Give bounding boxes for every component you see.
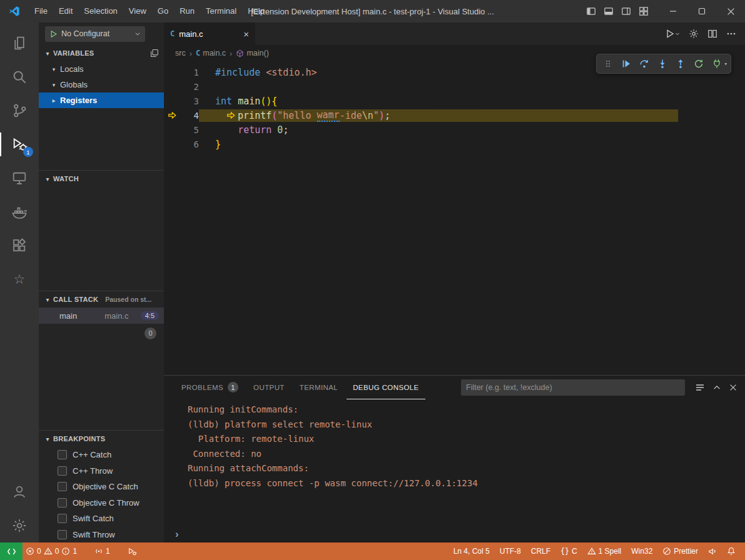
activitybar-search[interactable] — [0, 60, 39, 94]
activitybar-account[interactable] — [0, 475, 39, 509]
continue-button[interactable] — [618, 56, 635, 72]
tab-terminal[interactable]: TERMINAL — [293, 376, 344, 399]
language-mode[interactable]: {} C — [557, 542, 580, 560]
stack-frame-row[interactable]: main main.c 4:5 — [39, 308, 164, 324]
spell-checker-status[interactable]: 1 Spell — [584, 542, 625, 560]
checkbox[interactable] — [58, 482, 67, 491]
tab-main-c[interactable]: C main.c × — [164, 22, 255, 45]
menu-file[interactable]: File — [29, 0, 53, 22]
activitybar-source-control[interactable] — [0, 94, 39, 128]
checkbox[interactable] — [58, 450, 67, 459]
remote-indicator[interactable] — [0, 542, 23, 560]
problems-status[interactable]: 0 0 1 — [23, 542, 80, 560]
code-token: 0 — [277, 124, 283, 136]
checkbox[interactable] — [58, 514, 67, 523]
toggle-panel-icon[interactable] — [602, 5, 615, 18]
variables-item-registers[interactable]: ▸ Registers — [39, 92, 164, 108]
restart-button[interactable] — [691, 56, 707, 72]
spell-warning-token: wamr — [317, 109, 340, 122]
step-into-button[interactable] — [654, 56, 671, 72]
run-file-button[interactable] — [665, 29, 680, 39]
activitybar-settings[interactable] — [0, 509, 39, 542]
tab-problems[interactable]: PROBLEMS 1 — [175, 376, 245, 399]
tab-debug-console[interactable]: DEBUG CONSOLE — [347, 376, 425, 399]
variables-item-globals[interactable]: ▾ Globals — [39, 77, 164, 92]
breadcrumb-symbol[interactable]: main() — [236, 49, 268, 58]
watch-header[interactable]: ▾ WATCH — [39, 171, 164, 187]
drag-grip-icon[interactable] — [600, 56, 617, 72]
checkbox[interactable] — [58, 530, 67, 539]
tab-output[interactable]: OUTPUT — [247, 376, 291, 399]
menu-selection[interactable]: Selection — [78, 0, 123, 22]
breakpoint-objc-catch[interactable]: Objective C Catch — [39, 479, 164, 495]
code-line-6[interactable]: 6} — [164, 137, 745, 151]
breakpoint-cpp-throw[interactable]: C++ Throw — [39, 463, 164, 479]
menu-view[interactable]: View — [123, 0, 152, 22]
console-filter-input[interactable] — [461, 379, 685, 396]
activitybar-run-debug[interactable]: 1 — [0, 128, 39, 161]
more-actions-icon[interactable] — [726, 29, 736, 39]
code-editor[interactable]: 1#include <stdio.h>23int main(){4 printf… — [164, 61, 745, 375]
step-over-button[interactable] — [636, 56, 653, 72]
breakpoint-cpp-catch[interactable]: C++ Catch — [39, 447, 164, 463]
split-editor-icon[interactable] — [707, 29, 717, 39]
close-tab-icon[interactable]: × — [243, 29, 249, 39]
menu-edit[interactable]: Edit — [53, 0, 78, 22]
maximize-panel-icon[interactable] — [712, 383, 721, 392]
console-line: Connected: no — [188, 447, 745, 462]
star-icon: ☆ — [14, 272, 26, 287]
current-frame-arrow-icon[interactable] — [164, 111, 180, 120]
code-line-2[interactable]: 2 — [164, 79, 745, 94]
checkbox[interactable] — [58, 466, 67, 476]
eol-indicator[interactable]: CRLF — [528, 542, 554, 560]
line-number: 2 — [180, 82, 199, 92]
breadcrumb-src[interactable]: src — [175, 49, 186, 58]
breakpoint-objc-throw[interactable]: Objective C Throw — [39, 495, 164, 511]
activitybar-explorer[interactable] — [0, 26, 39, 60]
menu-terminal[interactable]: Terminal — [200, 0, 242, 22]
minimize-button[interactable] — [659, 0, 687, 22]
configure-gear-icon[interactable] — [689, 29, 699, 39]
console-menu-icon[interactable] — [695, 382, 705, 392]
step-out-button[interactable] — [672, 56, 689, 72]
breadcrumb-file[interactable]: Cmain.c — [196, 49, 226, 58]
chevron-down-icon[interactable]: ▾ — [724, 61, 727, 67]
notifications-bell[interactable] — [724, 542, 739, 560]
debug-sessions-badge: 1 — [23, 147, 33, 157]
activitybar-extensions[interactable] — [0, 229, 39, 262]
variables-item-locals[interactable]: ▾ Locals — [39, 61, 164, 77]
menu-go[interactable]: Go — [152, 0, 174, 22]
bottom-panel: PROBLEMS 1 OUTPUT TERMINAL DEBUG CONSOLE… — [164, 375, 745, 542]
debug-console-output[interactable]: Running initCommands: (lldb) platform se… — [164, 399, 745, 526]
toggle-secondary-sidebar-icon[interactable] — [620, 5, 632, 18]
code-line-3[interactable]: 3int main(){ — [164, 94, 745, 108]
code-line-5[interactable]: 5 return 0; — [164, 122, 745, 137]
callstack-header[interactable]: ▾ CALL STACK Paused on st... — [39, 291, 164, 308]
prettier-status[interactable]: Prettier — [659, 542, 701, 560]
activitybar-remote-explorer[interactable] — [0, 161, 39, 195]
close-panel-icon[interactable] — [729, 383, 737, 392]
ports-status[interactable]: 1 — [91, 542, 113, 560]
breakpoint-swift-throw[interactable]: Swift Throw — [39, 527, 164, 543]
maximize-button[interactable] — [687, 0, 716, 22]
breakpoint-swift-catch[interactable]: Swift Catch — [39, 511, 164, 527]
breakpoints-header[interactable]: ▾ BREAKPOINTS — [39, 431, 164, 447]
disconnect-button[interactable] — [709, 56, 726, 72]
toggle-sidebar-icon[interactable] — [585, 5, 597, 18]
activitybar-favorites[interactable]: ☆ — [0, 262, 39, 296]
menu-run[interactable]: Run — [174, 0, 200, 22]
code-line-4[interactable]: 4 printf("hello wamr-ide\n"); — [164, 108, 745, 122]
activitybar-docker[interactable] — [0, 195, 39, 229]
platform-indicator[interactable]: Win32 — [628, 542, 656, 560]
console-input[interactable]: › — [164, 526, 745, 542]
feedback-button[interactable] — [705, 542, 720, 560]
variables-header[interactable]: ▾ VARIABLES — [39, 45, 164, 61]
checkbox[interactable] — [58, 498, 67, 508]
encoding-indicator[interactable]: UTF-8 — [497, 542, 524, 560]
debug-config-dropdown[interactable]: No Configurat — [45, 26, 145, 42]
close-window-button[interactable] — [716, 0, 745, 22]
debug-status[interactable] — [124, 542, 140, 560]
customize-layout-icon[interactable] — [637, 5, 650, 18]
cursor-position[interactable]: Ln 4, Col 5 — [450, 542, 493, 560]
collapse-all-icon[interactable] — [150, 49, 159, 58]
